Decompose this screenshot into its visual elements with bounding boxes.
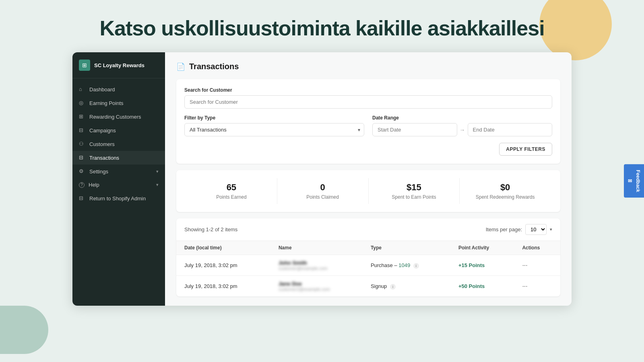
sidebar-label-customers: Customers xyxy=(89,141,159,147)
filter-card: Search for Customer Filter by Type All T… xyxy=(176,79,560,164)
per-page-chevron-icon: ▾ xyxy=(550,227,552,232)
sidebar-item-return-shopify[interactable]: ⊟ Return to Shopify Admin xyxy=(72,191,165,205)
row1-date: July 19, 2018, 3:02 pm xyxy=(176,255,270,276)
filter-type-select[interactable]: All Transactions Purchase Signup Redempt… xyxy=(184,123,364,136)
row2-action-dots[interactable]: ··· xyxy=(522,283,527,290)
row1-points-value: +15 Points xyxy=(458,262,485,268)
filter-type-label: Filter by Type xyxy=(184,115,364,121)
items-per-page-control: Items per page: 5 10 25 50 ▾ xyxy=(486,224,552,235)
content-header: 📄 Transactions xyxy=(176,62,560,71)
sidebar-label-return-shopify: Return to Shopify Admin xyxy=(89,195,159,202)
sidebar-item-rewarding-customers[interactable]: ⊞ Rewarding Customers xyxy=(72,110,165,123)
transactions-table: Date (local time) Name Type Point Activi… xyxy=(176,241,560,296)
apply-filters-button[interactable]: APPLY FILTERS xyxy=(499,143,552,156)
row1-actions: ··· xyxy=(514,255,560,276)
stat-label-spent-earn: Spent to Earn Points xyxy=(373,194,456,200)
feedback-tab[interactable]: Feedback ✉ xyxy=(624,164,644,197)
sidebar-item-help[interactable]: ? Help ▾ xyxy=(72,178,165,191)
filter-actions: APPLY FILTERS xyxy=(184,143,552,156)
filter-row: Filter by Type All Transactions Purchase… xyxy=(184,115,552,136)
sidebar-item-campaigns[interactable]: ⊟ Campaigns xyxy=(72,123,165,137)
sidebar-item-settings[interactable]: ⚙ Settings ▾ xyxy=(72,165,165,178)
settings-chevron-icon: ▾ xyxy=(156,169,159,174)
row1-type-link[interactable]: 1049 xyxy=(398,262,410,268)
row2-customer-name: Jane Doe xyxy=(279,281,355,287)
brand-name: SC Loyalty Rewards xyxy=(94,62,144,68)
row1-customer: John Smith customer@example.com xyxy=(270,255,363,276)
sidebar: ⊞ SC Loyalty Rewards ⌂ Dashboard ◎ Earni… xyxy=(72,52,165,306)
sidebar-label-help: Help xyxy=(89,182,152,188)
row1-type-info-icon: i xyxy=(413,263,419,269)
content-title: Transactions xyxy=(189,62,239,71)
feedback-mail-icon: ✉ xyxy=(627,178,633,184)
sidebar-label-settings: Settings xyxy=(89,169,152,175)
stat-points-earned: 65 Points Earned xyxy=(186,178,277,204)
stat-value-points-earned: 65 xyxy=(190,182,273,193)
sidebar-label-rewarding-customers: Rewarding Customers xyxy=(89,114,159,120)
page-headline: Katso uskollisuustoiminta kaikille asiak… xyxy=(8,16,636,40)
row2-date: July 19, 2018, 3:02 pm xyxy=(176,276,270,297)
sidebar-label-dashboard: Dashboard xyxy=(89,86,159,93)
app-container: ⊞ SC Loyalty Rewards ⌂ Dashboard ◎ Earni… xyxy=(72,52,572,306)
customers-icon: ⚇ xyxy=(79,141,85,147)
help-chevron-icon: ▾ xyxy=(156,182,159,187)
settings-icon: ⚙ xyxy=(79,168,85,175)
stat-spent-earn: $15 Spent to Earn Points xyxy=(369,178,460,204)
date-range-inputs: → xyxy=(372,123,552,136)
per-page-select[interactable]: 5 10 25 50 xyxy=(525,224,547,235)
items-per-page-label: Items per page: xyxy=(486,226,522,232)
stat-value-spent-redeeming: $0 xyxy=(464,182,547,193)
row2-type-info-icon: i xyxy=(390,284,396,290)
stat-label-points-earned: Points Earned xyxy=(190,194,273,200)
row2-actions: ··· xyxy=(514,276,560,297)
sidebar-label-transactions: Transactions xyxy=(89,155,159,161)
sidebar-label-campaigns: Campaigns xyxy=(89,128,159,134)
sidebar-nav: ⌂ Dashboard ◎ Earning Points ⊞ Rewarding… xyxy=(72,78,165,209)
filter-type-group: Filter by Type All Transactions Purchase… xyxy=(184,115,364,136)
filter-type-wrapper: All Transactions Purchase Signup Redempt… xyxy=(184,123,364,136)
page-header: Katso uskollisuustoiminta kaikille asiak… xyxy=(0,0,644,52)
search-label: Search for Customer xyxy=(184,87,552,93)
sidebar-brand[interactable]: ⊞ SC Loyalty Rewards xyxy=(72,52,165,78)
table-header-row: Date (local time) Name Type Point Activi… xyxy=(176,241,560,255)
sidebar-item-dashboard[interactable]: ⌂ Dashboard xyxy=(72,82,165,96)
sidebar-item-transactions[interactable]: ⊟ Transactions xyxy=(72,151,165,165)
stats-card: 65 Points Earned 0 Points Claimed $15 Sp… xyxy=(176,170,560,212)
end-date-input[interactable] xyxy=(468,123,553,136)
stats-row: 65 Points Earned 0 Points Claimed $15 Sp… xyxy=(186,178,551,204)
transactions-header-icon: 📄 xyxy=(176,62,185,71)
row1-type: Purchase – 1049 i xyxy=(363,255,450,276)
brand-icon: ⊞ xyxy=(79,60,90,71)
search-input[interactable] xyxy=(184,95,552,109)
row2-customer-email: customer2@example.com xyxy=(279,287,355,292)
dashboard-icon: ⌂ xyxy=(79,86,85,93)
row2-type: Signup i xyxy=(363,276,450,297)
decorative-shape-bottom-left xyxy=(0,306,48,354)
earning-points-icon: ◎ xyxy=(79,100,85,106)
date-arrow-icon: → xyxy=(460,127,465,133)
sidebar-label-earning-points: Earning Points xyxy=(89,100,159,106)
stat-points-claimed: 0 Points Claimed xyxy=(277,178,369,204)
col-actions: Actions xyxy=(514,241,560,255)
stat-spent-redeeming: $0 Spent Redeeming Rewards xyxy=(460,178,551,204)
search-section: Search for Customer xyxy=(184,87,552,109)
transactions-icon: ⊟ xyxy=(79,154,85,161)
campaigns-icon: ⊟ xyxy=(79,127,85,134)
feedback-label: Feedback xyxy=(635,170,641,192)
date-range-label: Date Range xyxy=(372,115,552,121)
row1-customer-name: John Smith xyxy=(279,260,355,266)
row1-action-dots[interactable]: ··· xyxy=(522,262,527,269)
table-meta: Showing 1-2 of 2 items Items per page: 5… xyxy=(176,218,560,241)
sidebar-item-earning-points[interactable]: ◎ Earning Points xyxy=(72,96,165,110)
col-name: Name xyxy=(270,241,363,255)
row1-customer-email: customer@example.com xyxy=(279,266,355,271)
row2-points: +50 Points xyxy=(450,276,514,297)
date-range-group: Date Range → xyxy=(372,115,552,136)
table-showing: Showing 1-2 of 2 items xyxy=(184,226,237,232)
sidebar-item-customers[interactable]: ⚇ Customers xyxy=(72,137,165,151)
table-card: Showing 1-2 of 2 items Items per page: 5… xyxy=(176,218,560,296)
stat-label-points-claimed: Points Claimed xyxy=(281,194,364,200)
table-row: July 19, 2018, 3:02 pm John Smith custom… xyxy=(176,255,560,276)
start-date-input[interactable] xyxy=(372,123,457,136)
stat-value-spent-earn: $15 xyxy=(373,182,456,193)
